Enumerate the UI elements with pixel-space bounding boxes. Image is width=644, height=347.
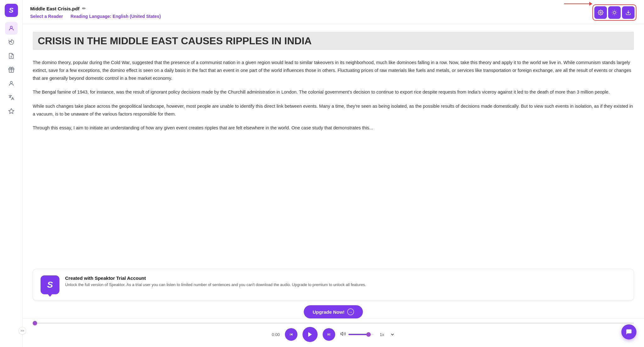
volume-thumb[interactable] [366,332,371,337]
settings-button[interactable] [594,6,607,19]
topbar: Middle East Crisis.pdf ✏ Select a Reader… [23,0,644,24]
arrow-head [589,2,592,6]
select-reader-link[interactable]: Select a Reader [30,14,63,23]
chat-fab-button[interactable] [621,324,636,339]
svg-marker-19 [341,332,343,336]
player-area: 0:00 0.5x 0.75x 1 [23,318,644,347]
reading-language-link[interactable]: Reading Language: English (United States… [70,14,161,23]
progress-bar-container[interactable] [33,319,634,327]
play-button[interactable] [303,327,318,342]
skip-back-button[interactable] [285,328,297,341]
volume-icon [340,331,346,338]
svg-line-12 [616,14,616,14]
progress-track[interactable] [33,323,634,324]
svg-line-15 [613,14,613,14]
sidebar-item-translate[interactable] [5,91,18,104]
sidebar-item-document[interactable] [5,50,18,62]
topbar-nav: Select a Reader Reading Language: Englis… [30,14,161,23]
document-title: CRISIS IN THE MIDDLE EAST CAUSES RIPPLES… [33,32,634,50]
trial-content: Created with Speaktor Trial Account Unlo… [65,275,366,288]
progress-thumb[interactable] [33,321,37,325]
sidebar-item-history[interactable] [5,36,18,48]
arrow-annotation [564,2,592,6]
arrow-line [564,3,589,4]
paragraph-4: Through this essay, I aim to initiate an… [33,124,634,132]
edit-icon[interactable]: ✏ [82,6,86,11]
upgrade-arrow-icon: → [347,308,354,315]
svg-marker-18 [308,332,312,337]
speed-select[interactable]: 0.5x 0.75x 1x 1.25x 1.5x 2x [379,332,395,337]
trial-description: Unlock the full version of Speaktor. As … [65,282,366,288]
app-logo[interactable]: S [5,4,18,17]
action-buttons-group [592,4,636,21]
sidebar-item-users[interactable] [5,22,18,35]
file-name: Middle East Crisis.pdf [30,6,80,11]
paragraph-3: While such changes take place across the… [33,102,634,118]
trial-title: Created with Speaktor Trial Account [65,275,366,281]
trial-banner: S Created with Speaktor Trial Account Un… [33,269,634,301]
svg-point-8 [613,11,616,14]
topbar-left: Middle East Crisis.pdf ✏ Select a Reader… [30,6,161,23]
file-title-row: Middle East Crisis.pdf ✏ [30,6,161,11]
download-button[interactable] [622,6,635,19]
svg-line-16 [616,11,616,11]
topbar-right [592,4,636,24]
sidebar-item-premium[interactable] [5,105,18,117]
svg-marker-6 [8,109,14,114]
svg-point-5 [10,81,12,84]
time-current: 0:00 [272,332,280,337]
document-area: CRISIS IN THE MIDDLE EAST CAUSES RIPPLES… [23,24,644,269]
volume-track[interactable] [348,334,374,335]
sidebar-item-profile[interactable] [5,77,18,90]
trial-logo-letter: S [47,280,53,290]
skip-forward-button[interactable] [323,328,335,341]
trial-logo: S [41,275,59,294]
player-controls: 0:00 0.5x 0.75x 1 [33,327,634,342]
paragraph-1: The domino theory, popular during the Co… [33,59,634,82]
paragraph-2: The Bengal famine of 1943, for instance,… [33,88,634,96]
svg-point-0 [10,26,12,28]
volume-fill [348,334,367,335]
theme-button[interactable] [608,6,621,19]
svg-line-11 [613,11,613,11]
sidebar-item-gift[interactable] [5,63,18,76]
svg-point-7 [600,12,602,14]
expand-icon: >> [20,329,24,333]
sidebar: S >> [0,0,23,347]
volume-control [340,331,374,338]
logo-letter: S [9,6,14,14]
upgrade-button[interactable]: Upgrade Now! → [304,305,363,318]
upgrade-label: Upgrade Now! [313,309,345,315]
sidebar-expand-button[interactable]: >> [19,327,26,334]
main-area: Middle East Crisis.pdf ✏ Select a Reader… [23,0,644,347]
upgrade-row: Upgrade Now! → [23,305,644,318]
